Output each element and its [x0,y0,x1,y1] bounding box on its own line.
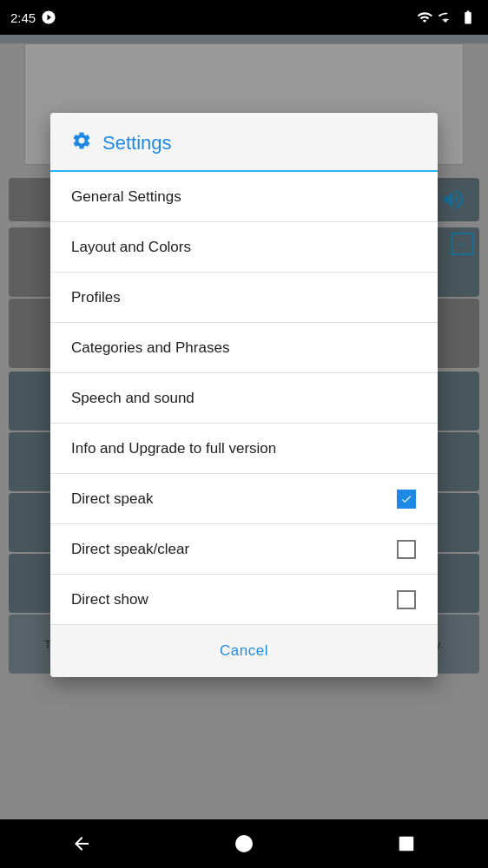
checkbox-checked-icon [397,490,416,509]
menu-item-speech-sound[interactable]: Speech and sound [50,373,438,424]
menu-label-direct-show: Direct show [71,591,148,608]
menu-item-direct-show[interactable]: Direct show [50,575,438,625]
home-icon [234,833,254,854]
gear-svg-icon [71,130,92,151]
home-button[interactable] [227,826,261,861]
settings-dialog: Settings General Settings Layout and Col… [50,113,438,677]
menu-item-direct-speak-clear[interactable]: Direct speak/clear [50,524,438,575]
menu-label-info-upgrade: Info and Upgrade to full version [71,440,276,457]
checkmark-icon [400,493,412,505]
navigation-bar [0,819,488,868]
settings-gear-icon [71,130,92,156]
battery-icon [458,10,478,25]
status-right [417,10,478,25]
menu-label-direct-speak-clear: Direct speak/clear [71,541,189,558]
svg-rect-1 [399,837,414,852]
menu-item-categories-phrases[interactable]: Categories and Phrases [50,323,438,373]
status-left: 2:45 [10,10,56,25]
direct-speak-clear-checkbox[interactable] [396,539,417,560]
menu-label-general-settings: General Settings [71,188,181,206]
direct-speak-checkbox[interactable] [396,489,417,510]
checkbox-unchecked-icon [397,540,416,559]
back-button[interactable] [64,826,99,861]
menu-item-profiles[interactable]: Profiles [50,273,438,323]
menu-item-layout-colors[interactable]: Layout and Colors [50,222,438,273]
dialog-title: Settings [102,132,172,155]
time-display: 2:45 [10,10,36,25]
recent-button[interactable] [389,826,424,861]
notification-icon [41,10,56,25]
signal-icon [438,10,453,25]
svg-point-0 [235,835,253,852]
menu-label-categories-phrases: Categories and Phrases [71,339,229,357]
direct-show-checkbox[interactable] [396,589,417,610]
wifi-icon [417,10,432,25]
recent-icon [397,834,416,853]
dialog-footer: Cancel [50,625,438,677]
back-icon [71,833,92,854]
menu-item-direct-speak[interactable]: Direct speak [50,474,438,524]
dialog-header: Settings [50,113,438,172]
menu-item-general-settings[interactable]: General Settings [50,172,438,222]
menu-label-layout-colors: Layout and Colors [71,239,191,256]
cancel-button[interactable]: Cancel [199,635,289,667]
checkbox-unchecked-icon-2 [397,590,416,609]
menu-label-profiles: Profiles [71,289,121,306]
menu-item-info-upgrade[interactable]: Info and Upgrade to full version [50,424,438,474]
menu-label-speech-sound: Speech and sound [71,390,195,407]
menu-label-direct-speak: Direct speak [71,490,153,508]
status-bar: 2:45 [0,0,488,35]
